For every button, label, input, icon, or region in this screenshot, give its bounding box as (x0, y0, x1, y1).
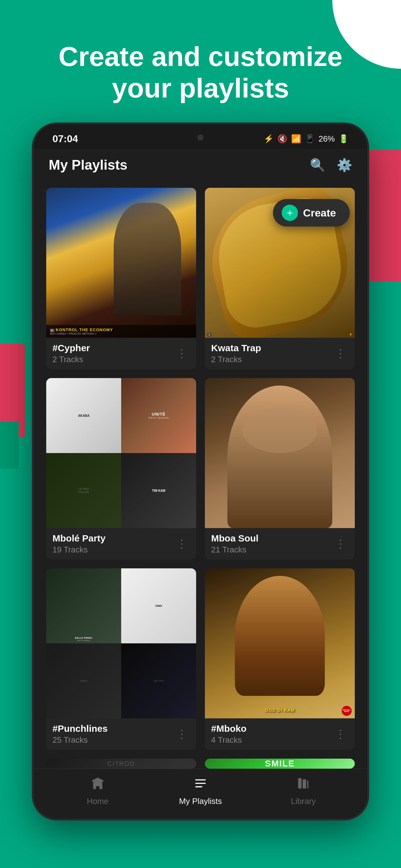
partial-card-left: CITROD (46, 758, 196, 769)
more-icon-kwata[interactable]: ⋮ (332, 345, 348, 363)
playlist-info-punchlines: #Punchlines 25 Tracks ⋮ (46, 718, 196, 750)
playlist-thumb-cypher: EKONTROL THE ECONOMY BOY CHEEZ • PROD BY… (46, 188, 196, 338)
more-icon-mboa[interactable]: ⋮ (332, 535, 348, 553)
thumb-cypher-art: EKONTROL THE ECONOMY BOY CHEEZ • PROD BY… (46, 188, 196, 338)
playlist-name-kwata: Kwata Trap (211, 343, 261, 353)
bluetooth-icon: ⚡ (264, 134, 274, 144)
nav-label-library: Library (291, 797, 316, 806)
playlist-thumb-mboko: GOD DI KAM NEW BELL MUSIC (205, 568, 355, 718)
app-content: + Create EKONTROL THE ECONOMY (34, 182, 367, 769)
punchlines-art1: BALLE PERDU NOCTURNES (46, 568, 121, 643)
playlist-name-mboa: Mboa Soul (211, 533, 259, 544)
thumb-mboa-art (205, 378, 355, 528)
punchlines-art3: PROD (46, 643, 121, 718)
playlist-info-kwata: Kwata Trap 2 Tracks ⋮ (205, 338, 355, 369)
svg-rect-4 (298, 778, 302, 788)
playlist-card-mboko[interactable]: GOD DI KAM NEW BELL MUSIC #Mboko 4 Track (205, 568, 355, 750)
mbole-art2: UNITÉ PETIT MUSSO (121, 378, 196, 453)
playlist-tracks-mboko: 4 Tracks (211, 735, 246, 745)
mbole-art4: TIM KAM (121, 453, 196, 528)
hero-title: Create and customize your playlists (25, 41, 376, 104)
mbole-art1: AKABA (46, 378, 121, 453)
playlist-info-mboko: #Mboko 4 Tracks ⋮ (205, 718, 355, 750)
nav-item-home[interactable]: Home (67, 776, 129, 806)
phone-mockup: 07:04 ⚡ 🔇 📶 📱 26% 🔋 My Playlists 🔍 ⚙️ + (32, 122, 369, 820)
battery-icon: 🔋 (338, 134, 348, 144)
nav-label-home: Home (87, 797, 108, 806)
create-popup[interactable]: + Create (273, 199, 350, 226)
hero-section: Create and customize your playlists (0, 0, 401, 122)
nav-item-library[interactable]: Library (272, 776, 334, 806)
svg-rect-6 (307, 780, 308, 788)
status-icons: ⚡ 🔇 📶 📱 26% 🔋 (264, 134, 348, 144)
playlist-info-mboa: Mboa Soul 21 Tracks ⋮ (205, 528, 355, 560)
cypher-text-block: EKONTROL THE ECONOMY BOY CHEEZ • PROD BY… (46, 325, 196, 338)
playlist-card-cypher[interactable]: EKONTROL THE ECONOMY BOY CHEEZ • PROD BY… (46, 188, 196, 369)
playlists-icon (194, 776, 207, 793)
playlist-tracks-kwata: 2 Tracks (211, 354, 261, 364)
more-icon-cypher[interactable]: ⋮ (174, 345, 190, 363)
app-title: My Playlists (49, 157, 127, 173)
mbole-art3: LE PIEDVAGAMI (46, 453, 121, 528)
playlist-grid: EKONTROL THE ECONOMY BOY CHEEZ • PROD BY… (46, 188, 355, 750)
playlist-tracks-cypher: 2 Tracks (53, 354, 90, 364)
bottom-nav: Home My Playlists (34, 769, 367, 818)
nav-item-playlists[interactable]: My Playlists (169, 776, 232, 806)
partial-card-right: SMILE (205, 758, 355, 769)
battery-level: 26% (319, 134, 335, 144)
playlist-tracks-punchlines: 25 Tracks (53, 735, 108, 745)
library-icon (296, 776, 310, 793)
thumb-mboko-art: GOD DI KAM NEW BELL MUSIC (205, 568, 355, 718)
camera (197, 134, 204, 141)
notch (188, 124, 213, 134)
playlist-info-mbole: Mbolé Party 19 Tracks ⋮ (46, 528, 196, 560)
header-icons: 🔍 ⚙️ (310, 158, 352, 173)
playlist-card-punchlines[interactable]: BALLE PERDU NOCTURNES OWS PROD HIP HOP (46, 568, 196, 750)
playlist-thumb-punchlines: BALLE PERDU NOCTURNES OWS PROD HIP HOP (46, 568, 196, 718)
mute-icon: 🔇 (277, 134, 287, 144)
mbole-grid: AKABA UNITÉ PETIT MUSSO LE PIEDVAGAMI TI… (46, 378, 196, 528)
create-plus-icon: + (282, 205, 298, 221)
punchlines-grid: BALLE PERDU NOCTURNES OWS PROD HIP HOP (46, 568, 196, 718)
phone-wrapper: 07:04 ⚡ 🔇 📶 📱 26% 🔋 My Playlists 🔍 ⚙️ + (0, 122, 401, 839)
more-icon-mbole[interactable]: ⋮ (174, 535, 190, 553)
more-icon-punchlines[interactable]: ⋮ (174, 725, 190, 743)
playlist-tracks-mboa: 21 Tracks (211, 545, 259, 555)
home-icon (91, 776, 105, 793)
nav-label-playlists: My Playlists (179, 797, 222, 806)
punchlines-art4: HIP HOP (121, 643, 196, 718)
more-icon-mboko[interactable]: ⋮ (332, 725, 348, 743)
playlist-thumb-mbole: AKABA UNITÉ PETIT MUSSO LE PIEDVAGAMI TI… (46, 378, 196, 528)
playlist-name-punchlines: #Punchlines (53, 723, 108, 734)
playlist-thumb-mboa (205, 378, 355, 528)
playlist-name-cypher: #Cypher (53, 343, 90, 353)
playlist-card-mbole[interactable]: AKABA UNITÉ PETIT MUSSO LE PIEDVAGAMI TI… (46, 378, 196, 560)
playlist-name-mbole: Mbolé Party (53, 533, 106, 544)
cypher-artwork: EKONTROL THE ECONOMY BOY CHEEZ • PROD BY… (46, 188, 196, 338)
create-label: Create (303, 207, 336, 219)
search-icon[interactable]: 🔍 (310, 158, 326, 173)
signal-icon: 📱 (305, 134, 315, 144)
wifi-icon: 📶 (291, 134, 301, 144)
punchlines-art2: OWS (121, 568, 196, 643)
playlist-card-mboa[interactable]: Mboa Soul 21 Tracks ⋮ (205, 378, 355, 560)
partial-row: CITROD SMILE (46, 758, 355, 769)
settings-icon[interactable]: ⚙️ (337, 158, 352, 173)
playlist-info-cypher: #Cypher 2 Tracks ⋮ (46, 338, 196, 369)
app-header: My Playlists 🔍 ⚙️ (34, 148, 367, 182)
status-time: 07:04 (53, 133, 78, 145)
svg-rect-5 (303, 780, 306, 788)
status-bar: 07:04 ⚡ 🔇 📶 📱 26% 🔋 (34, 124, 367, 148)
playlist-tracks-mbole: 19 Tracks (53, 545, 106, 555)
playlist-name-mboko: #Mboko (211, 723, 246, 734)
